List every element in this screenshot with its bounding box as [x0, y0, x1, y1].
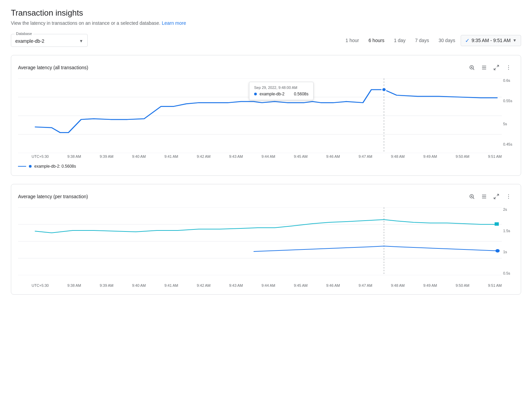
chart2-svg: [18, 207, 502, 275]
time-range-dropdown-icon: ▼: [513, 38, 517, 43]
zoom-in-button[interactable]: [466, 62, 477, 73]
chart2-y-axis: 2s 1.5s 1s 0.5s: [502, 207, 514, 275]
dropdown-arrow-icon: ▼: [79, 39, 83, 43]
chart1-x-axis: UTC+5:30 9:38 AM 9:39 AM 9:40 AM 9:41 AM…: [18, 153, 502, 159]
svg-point-9: [508, 66, 509, 66]
svg-point-30: [508, 198, 509, 199]
legend-icon-2: [481, 193, 487, 200]
svg-point-29: [508, 196, 509, 197]
chart2-wrapper: UTC+5:30 9:38 AM 9:39 AM 9:40 AM 9:41 AM…: [18, 207, 514, 287]
tooltip-date: Sep 29, 2022, 9:48:00 AM: [254, 86, 308, 90]
chart2-fullscreen-button[interactable]: [491, 191, 502, 202]
svg-point-11: [508, 69, 509, 70]
check-icon: ✓: [465, 37, 469, 44]
chart2-title: Average latency (per transaction): [18, 194, 88, 199]
fullscreen-icon: [493, 64, 499, 71]
chart2-header: Average latency (per transaction): [18, 191, 514, 202]
chart2-actions: [466, 191, 514, 202]
chart1-area: Sep 29, 2022, 9:48:00 AM example-db-2 0.…: [18, 78, 502, 153]
time-btn-7days[interactable]: 7 days: [411, 36, 433, 45]
chart1-card: Average latency (all transactions): [11, 55, 521, 176]
tooltip-db-dot: [254, 93, 257, 95]
chart2-legend-button[interactable]: [479, 191, 490, 202]
chart1-header: Average latency (all transactions): [18, 62, 514, 73]
chart2-main: UTC+5:30 9:38 AM 9:39 AM 9:40 AM 9:41 AM…: [18, 207, 502, 287]
page-title: Transaction insights: [11, 8, 521, 18]
chart1-title: Average latency (all transactions): [18, 65, 88, 70]
more-options-button[interactable]: [503, 62, 514, 73]
chart2-card: Average latency (per transaction): [11, 184, 521, 295]
more-icon-2: [506, 193, 512, 200]
svg-line-8: [494, 68, 496, 70]
learn-more-link[interactable]: Learn more: [162, 20, 186, 26]
time-range-value: 9:35 AM - 9:51 AM: [472, 38, 511, 43]
legend-icon: [481, 64, 487, 71]
chart2-x-axis: UTC+5:30 9:38 AM 9:39 AM 9:40 AM 9:41 AM…: [18, 282, 502, 287]
chart2-more-options-button[interactable]: [503, 191, 514, 202]
fullscreen-icon-2: [493, 193, 499, 200]
chart1-legend-label: example-db-2: 0.5608s: [34, 164, 76, 169]
zoom-in-icon-2: [469, 193, 475, 200]
time-btn-1day[interactable]: 1 day: [390, 36, 409, 45]
svg-point-18: [382, 88, 386, 92]
database-selected-value: example-db-2: [15, 38, 45, 44]
time-controls: 1 hour 6 hours 1 day 7 days 30 days ✓ 9:…: [341, 35, 521, 46]
time-btn-1hour[interactable]: 1 hour: [341, 36, 363, 45]
time-btn-6hours[interactable]: 6 hours: [365, 36, 389, 45]
chart1-y-axis: 0.6s 0.55s 5s 0.45s: [502, 78, 514, 146]
chart1-legend: example-db-2: 0.5608s: [18, 161, 514, 169]
svg-point-28: [508, 194, 509, 195]
controls-row: Database example-db-2 ▼ 1 hour 6 hours 1…: [11, 34, 521, 47]
legend-button[interactable]: [479, 62, 490, 73]
legend-dot-indicator: [29, 165, 32, 168]
tooltip-row: example-db-2 0.5608s: [254, 92, 308, 96]
tooltip-value: 0.5608s: [294, 92, 308, 96]
chart1-wrapper: Sep 29, 2022, 9:48:00 AM example-db-2 0.…: [18, 78, 514, 159]
page-subtitle: View the latency in transactions on an i…: [11, 20, 521, 26]
database-label: Database: [15, 32, 33, 36]
chart1-main: Sep 29, 2022, 9:48:00 AM example-db-2 0.…: [18, 78, 502, 159]
svg-line-7: [497, 65, 499, 67]
svg-point-38: [495, 249, 499, 253]
svg-point-10: [508, 67, 509, 68]
tooltip-db-name: example-db-2: [260, 92, 291, 96]
more-icon: [506, 64, 512, 71]
chart2-zoom-in-button[interactable]: [466, 191, 477, 202]
chart1-tooltip: Sep 29, 2022, 9:48:00 AM example-db-2 0.…: [249, 82, 314, 100]
time-btn-30days[interactable]: 30 days: [435, 36, 459, 45]
time-range-button[interactable]: ✓ 9:35 AM - 9:51 AM ▼: [461, 35, 521, 46]
fullscreen-button[interactable]: [491, 62, 502, 73]
svg-line-20: [473, 198, 474, 199]
database-selector[interactable]: Database example-db-2 ▼: [11, 34, 88, 47]
chart1-actions: [466, 62, 514, 73]
database-dropdown[interactable]: example-db-2 ▼: [15, 37, 83, 44]
svg-rect-37: [495, 222, 499, 226]
svg-line-26: [497, 194, 499, 196]
chart2-area: [18, 207, 502, 282]
zoom-in-icon: [469, 64, 475, 71]
svg-line-1: [473, 69, 474, 70]
svg-line-27: [494, 197, 496, 199]
legend-line-indicator: [18, 166, 26, 167]
